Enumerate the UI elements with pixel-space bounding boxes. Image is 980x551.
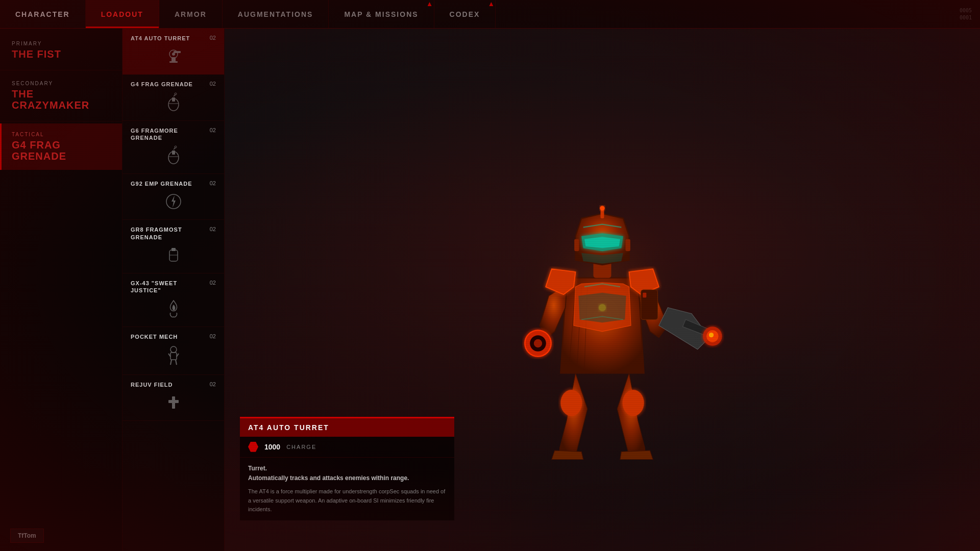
stat-icon — [248, 442, 258, 452]
svg-rect-43 — [643, 293, 646, 297]
slot-tactical-name: G4 FRAG GRENADE — [12, 139, 112, 162]
item-icon-grenade2 — [131, 145, 216, 169]
item-g4-frag-grenade[interactable]: G4 FRAG GRENADE 02 — [122, 74, 224, 120]
item-header: GX-43 "SWEET JUSTICE" 02 — [131, 280, 216, 294]
detail-desc-short: Turret. Automatically tracks and attacks… — [248, 464, 446, 483]
svg-rect-11 — [172, 151, 175, 155]
item-name: G92 EMP GRENADE — [131, 180, 206, 187]
item-count: 02 — [210, 35, 216, 41]
character-svg — [480, 111, 725, 468]
item-count: 02 — [210, 180, 216, 186]
item-name: GX-43 "SWEET JUSTICE" — [131, 280, 206, 294]
tab-loadout[interactable]: LOADOUT — [86, 0, 159, 28]
tab-map-missions[interactable]: MAP & MISSIONS — [329, 0, 434, 28]
detail-stats-row: 1000 CHARGE — [240, 437, 454, 458]
item-count: 02 — [210, 226, 216, 232]
slot-tactical[interactable]: TACTICAL G4 FRAG GRENADE — [0, 123, 122, 170]
item-icon-grenade — [131, 92, 216, 116]
item-header: G92 EMP GRENADE 02 — [131, 180, 216, 187]
svg-point-36 — [534, 339, 542, 347]
item-icon-sweet-justice — [131, 298, 216, 322]
slot-secondary-name: THE CRAZYMAKER — [12, 88, 112, 111]
svg-rect-20 — [170, 353, 177, 360]
item-rejuv-field[interactable]: REJUV FIELD 02 — [122, 375, 224, 421]
item-pocket-mech[interactable]: POCKET MECH 02 — [122, 327, 224, 375]
tab-augmentations[interactable]: AUGMENTATIONS — [223, 0, 329, 28]
svg-rect-41 — [626, 239, 630, 251]
item-header: G4 FRAG GRENADE 02 — [131, 81, 216, 88]
item-count: 02 — [210, 333, 216, 339]
loadout-slots-panel: PRIMARY THE FIST SECONDARY THE CRAZYMAKE… — [0, 29, 122, 551]
stat-value: 1000 — [264, 443, 280, 451]
main-content-area: AT4 AUTO TURRET 1000 CHARGE Turret. Auto… — [225, 29, 980, 551]
item-icon-turret — [131, 46, 216, 70]
slot-divider-2 — [0, 121, 122, 121]
item-name: G4 FRAG GRENADE — [131, 81, 206, 88]
tab-armor[interactable]: ARMOR — [159, 0, 223, 28]
svg-point-19 — [170, 346, 177, 353]
item-name: AT4 AUTO TURRET — [131, 35, 206, 42]
item-icon-rejuv — [131, 392, 216, 416]
slot-secondary-label: SECONDARY — [12, 81, 112, 86]
detail-lore: The AT4 is a force multiplier made for u… — [248, 487, 446, 514]
item-gx43-sweet-justice[interactable]: GX-43 "SWEET JUSTICE" 02 — [122, 273, 224, 327]
slot-primary[interactable]: PRIMARY THE FIST — [0, 33, 122, 68]
item-header: POCKET MECH 02 — [131, 333, 216, 340]
slot-primary-name: THE FIST — [12, 48, 112, 60]
codex-alert-icon — [489, 2, 493, 6]
item-count: 02 — [210, 81, 216, 87]
slot-primary-label: PRIMARY — [12, 41, 112, 46]
tab-codex[interactable]: CODEX — [434, 0, 496, 28]
svg-rect-6 — [172, 97, 175, 102]
item-name: REJUV FIELD — [131, 381, 206, 388]
item-header: GR8 FRAGMOST GRENADE 02 — [131, 226, 216, 241]
slot-secondary[interactable]: SECONDARY THE CRAZYMAKER — [0, 72, 122, 119]
stat-type: CHARGE — [286, 444, 316, 450]
tab-character[interactable]: CHARACTER — [0, 0, 86, 28]
svg-point-28 — [560, 390, 582, 416]
svg-rect-40 — [574, 239, 579, 251]
svg-rect-16 — [169, 250, 178, 261]
corner-code: 00050001 — [951, 0, 980, 28]
item-gr8-fragmost-grenade[interactable]: GR8 FRAGMOST GRENADE 02 — [122, 220, 224, 273]
svg-point-29 — [623, 390, 644, 416]
top-navigation: CHARACTER LOADOUT ARMOR AUGMENTATIONS MA… — [0, 0, 980, 29]
svg-point-39 — [600, 206, 604, 211]
item-icon-emp — [131, 191, 216, 215]
item-g92-emp-grenade[interactable]: G92 EMP GRENADE 02 — [122, 174, 224, 220]
item-detail-panel: AT4 AUTO TURRET 1000 CHARGE Turret. Auto… — [240, 417, 454, 520]
item-header: G6 FRAGMORE GRENADE 02 — [131, 127, 216, 142]
item-icon-pocket-mech — [131, 344, 216, 370]
map-missions-alert-icon — [428, 2, 432, 6]
slot-divider-1 — [0, 70, 122, 70]
svg-point-33 — [709, 333, 714, 337]
item-header: REJUV FIELD 02 — [131, 381, 216, 388]
svg-rect-4 — [169, 61, 178, 63]
username-badge: TfTom — [10, 529, 44, 543]
item-name: GR8 FRAGMOST GRENADE — [131, 226, 206, 241]
svg-rect-38 — [601, 210, 604, 219]
svg-line-23 — [170, 360, 172, 365]
items-list-panel: AT4 AUTO TURRET 02 G4 FRAG GRENADE 02 — [122, 29, 225, 551]
item-header: AT4 AUTO TURRET 02 — [131, 35, 216, 42]
item-name: POCKET MECH — [131, 333, 206, 340]
item-icon-fragmost — [131, 245, 216, 269]
svg-rect-26 — [168, 400, 179, 403]
item-at4-auto-turret[interactable]: AT4 AUTO TURRET 02 — [122, 29, 224, 74]
svg-line-24 — [176, 360, 177, 365]
item-count: 02 — [210, 127, 216, 133]
item-g6-fragmore-grenade[interactable]: G6 FRAGMORE GRENADE 02 — [122, 121, 224, 174]
item-count: 02 — [210, 280, 216, 286]
svg-point-3 — [172, 53, 175, 56]
detail-description: Turret. Automatically tracks and attacks… — [240, 458, 454, 520]
svg-rect-2 — [174, 51, 181, 53]
item-name: G6 FRAGMORE GRENADE — [131, 127, 206, 142]
slot-tactical-label: TACTICAL — [12, 132, 112, 137]
character-figure — [480, 111, 725, 468]
detail-title: AT4 AUTO TURRET — [240, 418, 454, 437]
svg-rect-17 — [172, 248, 176, 251]
item-count: 02 — [210, 381, 216, 387]
